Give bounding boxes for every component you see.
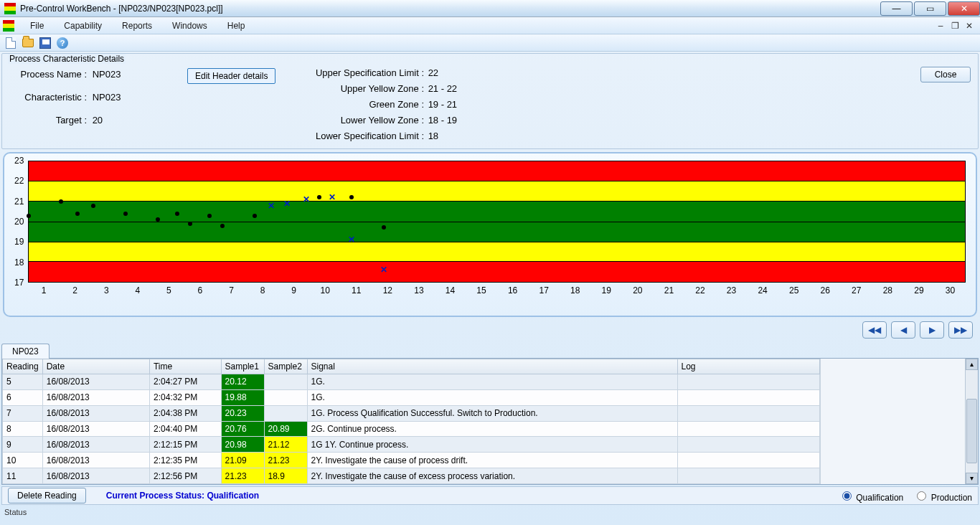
minimize-button[interactable]: — (880, 1, 913, 16)
mdi-restore-button[interactable]: ❐ (950, 21, 960, 31)
menu-windows[interactable]: Windows (162, 19, 217, 33)
window-title-bar: Pre-Control WorkBench - [NP023/NP023[NP0… (0, 0, 980, 17)
column-time[interactable]: Time (149, 359, 221, 374)
window-close-button[interactable]: ✕ (948, 1, 980, 16)
nav-last-button[interactable]: ▶▶ (948, 321, 973, 339)
column-sample1[interactable]: Sample1 (221, 359, 264, 374)
process-details-group: Process Characteristic Details Process N… (1, 53, 979, 149)
data-point (220, 224, 225, 228)
table-row[interactable]: 616/08/20132:04:32 PM19.881G. (3, 389, 820, 405)
column-date[interactable]: Date (42, 359, 149, 374)
save-file-icon[interactable] (39, 37, 52, 49)
process-status-text: Current Process Status: Qualification (106, 491, 259, 501)
table-row[interactable]: 1116/08/20132:12:56 PM21.2318.92Y. Inves… (3, 468, 820, 484)
table-row[interactable]: 716/08/20132:04:38 PM20.231G. Process Qu… (3, 405, 820, 421)
usl-label: Upper Specification Limit : (302, 65, 424, 81)
table-row[interactable]: 1016/08/20132:12:35 PM21.0921.232Y. Inve… (3, 453, 820, 468)
uyz-value: 21 - 22 (428, 83, 457, 94)
radio-qualification[interactable]: Qualification (839, 489, 903, 503)
mdi-minimize-button[interactable]: – (936, 21, 946, 31)
mdi-close-button[interactable]: ✕ (964, 21, 974, 31)
usl-value: 22 (428, 67, 438, 78)
menu-capability[interactable]: Capability (54, 19, 112, 33)
tab-strip: NP023 (1, 343, 979, 359)
uyz-label: Upper Yellow Zone : (302, 81, 424, 97)
nav-prev-button[interactable]: ◀ (891, 321, 915, 339)
open-file-icon[interactable] (22, 37, 34, 49)
data-point (207, 214, 212, 218)
nav-first-button[interactable]: ◀◀ (862, 321, 887, 339)
target-line (29, 222, 965, 222)
data-point: ✕ (303, 197, 310, 202)
data-point (91, 204, 95, 208)
status-bar: Status (1, 506, 980, 518)
zone-red-upper (29, 161, 965, 181)
delete-reading-button[interactable]: Delete Reading (8, 488, 86, 503)
radio-production[interactable]: Production (913, 489, 972, 503)
toolbar: ? (0, 34, 980, 52)
readings-grid: ReadingDateTimeSample1Sample2SignalLog 5… (1, 359, 979, 485)
chart-plot-area: ✕✕✕✕✕✕ (28, 161, 966, 283)
menu-help[interactable]: Help (217, 19, 255, 33)
app-icon (4, 3, 16, 14)
chart-x-axis: 1234567891011121314151617181920212223242… (28, 283, 966, 295)
scroll-up-button[interactable]: ▴ (966, 359, 978, 370)
chart-y-axis: 23222120191817 (14, 161, 24, 283)
table-row[interactable]: 516/08/20132:04:27 PM20.121G. (3, 374, 820, 390)
new-file-icon[interactable] (4, 37, 17, 49)
data-point: ✕ (380, 268, 387, 272)
data-point (382, 225, 386, 230)
table-row[interactable]: 916/08/20132:12:15 PM20.9821.121G 1Y. Co… (3, 437, 820, 453)
edit-header-button[interactable]: Edit Header details (187, 68, 275, 84)
data-point (123, 212, 128, 216)
help-icon[interactable]: ? (56, 37, 69, 49)
data-point (175, 212, 179, 216)
column-log[interactable]: Log (677, 359, 820, 374)
data-point (27, 214, 31, 218)
gz-label: Green Zone : (302, 97, 424, 113)
data-point: ✕ (329, 195, 336, 199)
data-point (188, 222, 192, 226)
characteristic-value: NP023 (93, 92, 121, 103)
details-legend: Process Characteristic Details (8, 54, 126, 64)
data-point: ✕ (268, 204, 275, 208)
close-button[interactable]: Close (920, 67, 971, 82)
bottom-bar: Delete Reading Current Process Status: Q… (1, 486, 979, 505)
scroll-down-button[interactable]: ▾ (966, 473, 978, 484)
scroll-thumb[interactable] (966, 399, 977, 463)
menu-reports[interactable]: Reports (112, 19, 162, 33)
target-value: 20 (93, 115, 103, 126)
column-signal[interactable]: Signal (307, 359, 677, 374)
process-name-value: NP023 (93, 69, 121, 80)
zone-red-lower (29, 262, 965, 282)
precontrol-chart: 23222120191817 ✕✕✕✕✕✕ 123456789101112131… (3, 152, 977, 317)
data-point (253, 214, 257, 218)
grid-scrollbar[interactable]: ▴ ▾ (965, 359, 978, 484)
lsl-label: Lower Specification Limit : (302, 128, 424, 144)
tab-np023[interactable]: NP023 (1, 344, 50, 359)
data-point: ✕ (348, 237, 355, 242)
table-row[interactable]: 816/08/20132:04:40 PM20.7620.892G. Conti… (3, 421, 820, 437)
target-label: Target : (8, 111, 87, 130)
lsl-value: 18 (428, 131, 438, 141)
menu-bar: FileCapabilityReportsWindowsHelp – ❐ ✕ (0, 17, 980, 34)
process-name-label: Process Name : (8, 65, 87, 84)
app-icon-small (3, 20, 14, 32)
zone-yellow-upper (29, 181, 965, 202)
maximize-button[interactable]: ▭ (914, 1, 946, 16)
lyz-value: 18 - 19 (428, 115, 457, 126)
data-point (156, 217, 160, 222)
data-point (59, 199, 63, 204)
nav-next-button[interactable]: ▶ (920, 321, 944, 339)
data-point: ✕ (283, 202, 291, 206)
characteristic-label: Characteristic : (8, 88, 87, 107)
chart-nav-buttons: ◀◀ ◀ ▶ ▶▶ (0, 321, 973, 339)
data-point (75, 212, 80, 216)
column-sample2[interactable]: Sample2 (264, 359, 307, 374)
menu-file[interactable]: File (20, 19, 54, 33)
zone-yellow-lower (29, 242, 965, 262)
gz-value: 19 - 21 (428, 99, 457, 110)
lyz-label: Lower Yellow Zone : (302, 113, 424, 128)
window-title: Pre-Control WorkBench - [NP023/NP023[NP0… (20, 4, 223, 14)
column-reading[interactable]: Reading (3, 359, 43, 374)
